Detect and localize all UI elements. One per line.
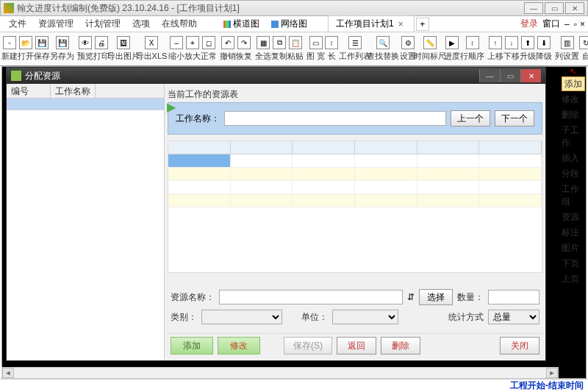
sidebar-修改[interactable]: 修改 (562, 92, 587, 107)
sidebar-上页[interactable]: 上页 (562, 271, 587, 287)
pointer-icon: ↖ (570, 66, 578, 75)
toolbar-icon: ☰ (348, 36, 362, 49)
document-tab[interactable]: 工作项目计划1 × (328, 15, 415, 32)
login-link[interactable]: 登录 (520, 18, 538, 30)
select-button[interactable]: 选择 (419, 289, 453, 305)
next-button[interactable]: 下一个 (495, 110, 534, 126)
menu-help[interactable]: 在线帮助 (156, 16, 203, 32)
sidebar-下页[interactable]: 下页 (562, 256, 587, 271)
toolbar-打开[interactable]: 📂打开 (18, 34, 34, 65)
toolbar-保存[interactable]: 💾保存 (34, 34, 50, 65)
task-name-input[interactable] (224, 111, 446, 126)
toolbar-升级[interactable]: ⬆升级 (520, 34, 536, 65)
toolbar-label: 导出XLS (136, 51, 168, 62)
sidebar-删除[interactable]: 删除 (562, 107, 587, 123)
toolbar-粘贴[interactable]: 📋粘贴 (287, 34, 304, 65)
toolbar-放大[interactable]: +放大 (184, 34, 201, 65)
grid-row[interactable] (168, 154, 542, 168)
close-button[interactable]: ✕ (565, 2, 584, 14)
dialog-maximize-button[interactable]: ▭ (500, 69, 520, 82)
toolbar-自[interactable]: ↻自 (579, 34, 588, 65)
sidebar-资源[interactable]: 资源 (562, 210, 587, 225)
resource-table-caption: 当前工作的资源表 (168, 87, 542, 102)
toolbar-长[interactable]: ↕长 (325, 34, 338, 65)
task-row-selected[interactable] (7, 99, 164, 110)
scroll-left-button[interactable]: ◄ (2, 368, 14, 378)
toolbar-恢复[interactable]: ↷恢复 (236, 34, 252, 65)
view-tab-bar[interactable]: 横道图 (218, 16, 265, 32)
toolbar-上移[interactable]: ↑上移 (487, 34, 503, 65)
scroll-right-button[interactable]: ► (546, 368, 558, 378)
toolbar-撤销[interactable]: ↶撤销 (220, 34, 236, 65)
stat-select[interactable]: 总量 (488, 310, 539, 324)
toolbar-label: 降级 (536, 51, 552, 62)
toolbar-label: 导出图片 (107, 51, 140, 62)
back-button[interactable]: 返回 (337, 337, 376, 354)
grid-row[interactable] (168, 194, 542, 207)
window-menu[interactable]: 窗口 (542, 18, 560, 30)
toolbar-列设置[interactable]: ▥列设置 (555, 34, 579, 65)
dialog-title: 分配资源 (25, 70, 479, 82)
resource-grid[interactable] (168, 140, 542, 273)
toolbar-降级[interactable]: ⬇降级 (536, 34, 552, 65)
sidebar-图片[interactable]: 图片 (562, 240, 587, 256)
window-title: 翰文进度计划编制(免费版) 23.10.24.16 - [工作项目计划1] (17, 2, 524, 15)
toolbar-缩小[interactable]: –缩小 (168, 34, 184, 65)
dropdown-icon[interactable]: ⇵ (407, 292, 415, 302)
modify-button[interactable]: 修改 (218, 337, 260, 354)
grid-row[interactable] (168, 168, 542, 181)
menu-resource[interactable]: 资源管理 (32, 16, 79, 32)
resource-name-input[interactable] (219, 290, 403, 304)
minimize-button[interactable]: — (524, 2, 543, 14)
prev-button[interactable]: 上一个 (451, 110, 490, 126)
task-list[interactable] (7, 99, 164, 360)
toolbar-另存为[interactable]: 💾另存为 (50, 34, 74, 65)
toolbar-图 宽[interactable]: ▭图 宽 (306, 34, 325, 65)
toolbar-预览[interactable]: 👁预览 (77, 34, 93, 65)
toolbar-进度[interactable]: ▶进度 (444, 34, 460, 65)
sidebar-工作组[interactable]: 工作组 (562, 182, 587, 210)
sidebar-添加[interactable]: 添加 (562, 76, 585, 91)
toolbar-时间标尺[interactable]: 📏时间标尺 (416, 34, 444, 65)
toolbar-全选[interactable]: ▦全选 (255, 34, 271, 65)
toolbar-下移[interactable]: ↓下移 (503, 34, 520, 65)
toolbar-复制[interactable]: ⧉复制 (271, 34, 287, 65)
toolbar-label: 另存为 (50, 51, 74, 62)
toolbar-查找替换[interactable]: 🔍查找替换 (369, 34, 397, 65)
toolbar-label: 自 (582, 51, 588, 62)
toolbar-label: 放大 (184, 51, 201, 62)
toolbar-正常[interactable]: ◻正常 (201, 34, 217, 65)
maximize-button[interactable]: ▭ (545, 2, 564, 14)
horizontal-scrollbar[interactable]: ◄ ► (1, 367, 559, 379)
toolbar-label: 缩小 (168, 51, 184, 62)
menu-options[interactable]: 选项 (126, 16, 156, 32)
toolbar-行顺序[interactable]: ↕行顺序 (460, 34, 484, 65)
toolbar-工作列表[interactable]: ☰工作列表 (341, 34, 369, 65)
add-button[interactable]: 添加 (171, 337, 213, 354)
close-dialog-button[interactable]: 关闭 (500, 337, 539, 354)
close-icon[interactable]: × (398, 19, 404, 29)
toolbar-导出图片[interactable]: 🖼导出图片 (110, 34, 137, 65)
dialog-minimize-button[interactable]: — (479, 69, 500, 82)
toolbar-icon: ↕ (466, 36, 479, 49)
grid-row[interactable] (168, 181, 542, 194)
toolbar-label: 撤销 (220, 51, 236, 62)
dialog-close-button[interactable]: ✕ (520, 69, 541, 82)
sidebar-分段[interactable]: 分段 (562, 166, 587, 182)
menu-file[interactable]: 文件 (3, 16, 32, 32)
delete-button[interactable]: 删除 (381, 337, 420, 354)
view-tab-bar-label: 横道图 (233, 18, 259, 30)
menu-plan[interactable]: 计划管理 (79, 16, 126, 32)
sidebar-插入[interactable]: 插入 (562, 151, 587, 166)
sidebar-标注[interactable]: 标注 (562, 225, 587, 240)
add-tab-button[interactable]: + (416, 18, 429, 31)
toolbar-导出XLS[interactable]: X导出XLS (137, 34, 165, 65)
assign-resource-dialog: 分配资源 — ▭ ✕ 编号 工作名称 ▶ 当前工作的资源表 工 (6, 67, 546, 361)
toolbar-新建[interactable]: ▫新建 (1, 34, 18, 65)
unit-select[interactable] (332, 310, 398, 324)
view-tab-net[interactable]: 网络图 (265, 16, 313, 32)
qty-input[interactable] (488, 290, 539, 304)
sidebar-子工作[interactable]: 子工作 (562, 123, 587, 151)
type-select[interactable] (201, 310, 282, 324)
toolbar-label: 升级 (520, 51, 536, 62)
